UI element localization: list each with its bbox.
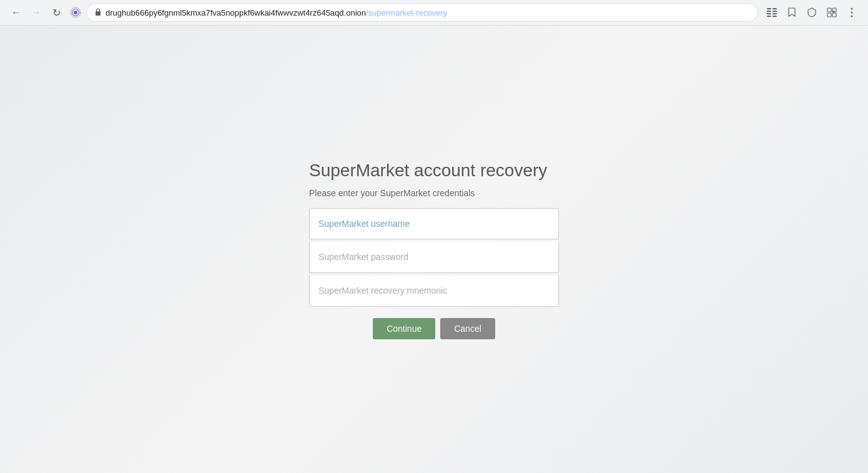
address-text: drughub666py6fgnml5kmxa7fva5noppkf6wkai4… <box>106 8 750 17</box>
cancel-button[interactable]: Cancel <box>440 318 495 339</box>
page-content: SuperMarket account recovery Please ente… <box>0 26 868 473</box>
bookmark-button[interactable] <box>783 4 801 21</box>
browser-toolbar: ← → ↻ drughub666py6fgnml5kmxa7fva5noppkf… <box>0 0 868 25</box>
form-buttons: Continue Cancel <box>373 318 495 339</box>
browser-chrome: ← → ↻ drughub666py6fgnml5kmxa7fva5noppkf… <box>0 0 868 26</box>
shield-button[interactable] <box>803 4 821 21</box>
svg-point-16 <box>851 8 853 10</box>
username-input[interactable] <box>309 208 559 239</box>
svg-rect-3 <box>96 11 101 16</box>
address-path: /supermarket-recovery <box>366 8 447 17</box>
menu-button[interactable] <box>843 4 861 21</box>
address-base: drughub666py6fgnml5kmxa7fva5noppkf6wkai4… <box>106 8 366 17</box>
svg-point-17 <box>851 12 853 14</box>
svg-rect-15 <box>832 13 836 17</box>
svg-rect-8 <box>772 8 777 9</box>
form-subtitle: Please enter your SuperMarket credential… <box>309 188 475 198</box>
extensions-button[interactable] <box>823 4 841 21</box>
svg-rect-10 <box>772 13 777 14</box>
browser-actions <box>763 4 861 21</box>
forward-button[interactable]: → <box>27 4 45 21</box>
svg-rect-9 <box>772 11 777 12</box>
address-bar[interactable]: drughub666py6fgnml5kmxa7fva5noppkf6wkai4… <box>86 3 758 22</box>
continue-button[interactable]: Continue <box>373 318 435 339</box>
svg-rect-6 <box>767 13 771 14</box>
form-title: SuperMarket account recovery <box>309 161 547 181</box>
svg-point-18 <box>851 16 853 17</box>
svg-point-0 <box>74 11 77 14</box>
svg-rect-12 <box>827 8 831 12</box>
svg-rect-5 <box>767 11 771 12</box>
svg-rect-4 <box>767 8 771 9</box>
svg-rect-14 <box>827 13 831 17</box>
recovery-form-container: SuperMarket account recovery Please ente… <box>309 161 559 339</box>
password-input[interactable] <box>309 242 559 273</box>
svg-rect-11 <box>772 16 777 17</box>
nav-buttons: ← → ↻ <box>7 4 65 21</box>
svg-rect-7 <box>767 16 771 17</box>
tor-icon <box>70 7 81 18</box>
back-button[interactable]: ← <box>7 4 25 21</box>
reload-button[interactable]: ↻ <box>47 4 65 21</box>
lock-icon <box>94 7 102 18</box>
reader-view-button[interactable] <box>763 4 781 21</box>
mnemonic-input[interactable] <box>309 276 559 307</box>
svg-rect-13 <box>832 8 836 12</box>
